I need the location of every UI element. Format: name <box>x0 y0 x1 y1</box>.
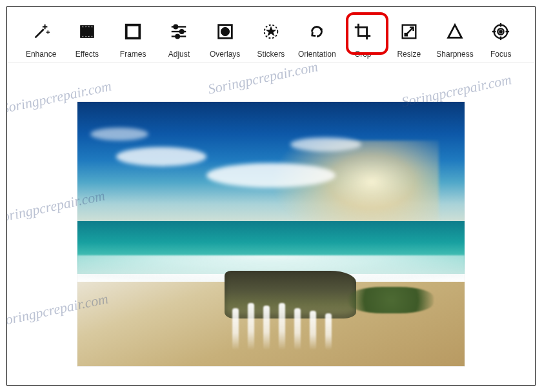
svg-point-13 <box>180 30 184 34</box>
focus-icon <box>485 16 516 47</box>
tool-overlays-label: Overlays <box>210 50 240 59</box>
svg-point-2 <box>85 26 86 27</box>
svg-point-7 <box>88 35 90 37</box>
tool-orientation[interactable]: Orientation <box>295 16 339 59</box>
tool-adjust-label: Adjust <box>168 50 190 59</box>
tool-stickers[interactable]: Stickers <box>248 16 293 59</box>
svg-rect-20 <box>404 33 408 37</box>
tool-stickers-label: Stickers <box>257 50 285 59</box>
app-frame: Enhance Effects Frames Adjust <box>6 6 536 386</box>
tool-focus-label: Focus <box>490 50 512 59</box>
tool-effects-label: Effects <box>75 50 99 59</box>
svg-point-1 <box>82 26 83 27</box>
resize-icon <box>394 16 425 47</box>
svg-point-15 <box>176 35 180 39</box>
svg-point-6 <box>85 35 86 37</box>
orientation-icon <box>301 16 332 47</box>
svg-point-8 <box>91 35 92 37</box>
tool-resize[interactable]: Resize <box>386 16 431 59</box>
effects-icon <box>72 16 103 47</box>
stickers-icon <box>256 16 286 47</box>
adjust-icon <box>163 16 194 47</box>
svg-rect-9 <box>126 25 140 39</box>
overlays-icon <box>210 16 241 47</box>
canvas-image[interactable] <box>77 102 465 366</box>
svg-point-17 <box>221 27 229 35</box>
tool-crop-label: Crop <box>354 50 371 59</box>
tool-resize-label: Resize <box>397 50 421 59</box>
svg-point-23 <box>500 30 502 32</box>
tool-sharpness[interactable]: Sharpness <box>432 16 477 59</box>
tool-frames-label: Frames <box>120 50 146 59</box>
tool-enhance-label: Enhance <box>26 50 56 59</box>
svg-point-3 <box>88 26 90 27</box>
sharpness-icon <box>439 16 470 47</box>
tool-focus[interactable]: Focus <box>479 16 523 59</box>
tool-effects[interactable]: Effects <box>65 16 109 59</box>
tool-adjust[interactable]: Adjust <box>157 16 201 59</box>
svg-point-4 <box>91 26 92 27</box>
svg-point-11 <box>174 25 178 29</box>
toolbar: Enhance Effects Frames Adjust <box>7 7 535 63</box>
tool-sharpness-label: Sharpness <box>436 50 473 59</box>
tool-orientation-label: Orientation <box>298 50 336 59</box>
frames-icon <box>117 16 148 47</box>
tool-enhance[interactable]: Enhance <box>19 16 63 59</box>
tool-crop[interactable]: Crop <box>341 16 385 59</box>
tool-frames[interactable]: Frames <box>111 16 156 59</box>
canvas-area: Soringpcrepair.com Soringpcrepair.com So… <box>7 63 535 386</box>
enhance-icon <box>26 16 57 47</box>
svg-point-5 <box>82 35 83 37</box>
tool-overlays[interactable]: Overlays <box>203 16 247 59</box>
watermark: Soringpcrepair.com <box>206 63 319 98</box>
crop-icon <box>347 16 378 47</box>
